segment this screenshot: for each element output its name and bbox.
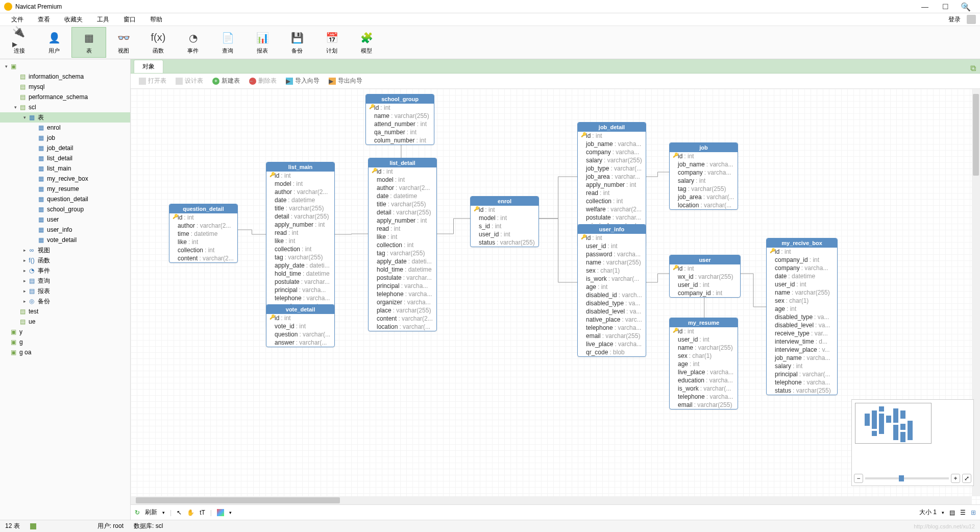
tree-item-list_main[interactable]: ▦list_main [0,163,130,174]
subtoolbar-import-button[interactable]: ▶导入向导 [282,76,324,86]
menu-1[interactable]: 查看 [31,15,57,24]
toolbar-view-button[interactable]: 👓视图 [106,27,141,58]
tree-item-备份[interactable]: ▸◎备份 [0,296,130,306]
toolbar-backup-button[interactable]: 💾备份 [280,27,314,58]
entity-school_group[interactable]: school_group🔑id: intname: varchar(255)at… [365,94,434,145]
pointer-tool-icon[interactable]: ↖ [177,509,182,516]
menu-2[interactable]: 收藏夹 [57,15,90,24]
subtoolbar-export-button[interactable]: ▶导出向导 [325,76,366,86]
view-list-icon[interactable]: ▤ [949,509,955,516]
entity-field: age: int [767,305,837,313]
tree-arrow-icon[interactable]: ▾ [3,64,9,69]
tree-item-performance_schema[interactable]: ▤performance_schema [0,92,130,102]
tree-arrow-icon[interactable]: ▸ [21,268,28,273]
zoom-in-button[interactable]: + [951,474,960,483]
entity-enrol[interactable]: enrol🔑id: intmodel: ints_id: intuser_id:… [470,196,539,247]
tree-item-y[interactable]: ▣y [0,327,130,337]
toolbar-report-button[interactable]: 📊报表 [245,27,280,58]
size-dropdown-icon[interactable]: ▾ [942,510,944,515]
menu-3[interactable]: 工具 [90,15,116,24]
entity-my_recive_box[interactable]: my_recive_box🔑id: intcompany_id: intcomp… [766,238,838,395]
tree-item-my_resume[interactable]: ▦my_resume [0,184,130,194]
entity-job[interactable]: job🔑id: intjob_name: varcha...company: v… [669,142,738,210]
toolbar-connect-button[interactable]: 🔌▸连接 [2,27,37,58]
toolbar-query-button[interactable]: 📄查询 [210,27,245,58]
add-tab-icon[interactable]: ⧉ [966,64,980,73]
tree-item-g    oa[interactable]: ▣g oa [0,347,130,357]
hand-tool-icon[interactable]: ✋ [187,509,194,516]
key-icon [581,173,586,180]
tree-item-test[interactable]: ▤test [0,306,130,317]
tree-item-user[interactable]: ▦user [0,214,130,225]
entity-list_detail[interactable]: list_detail🔑id: intmodel: intauthor: var… [368,158,437,331]
tree-item-job[interactable]: ▦job [0,133,130,143]
menu-4[interactable]: 窗口 [116,15,143,24]
tree-arrow-icon[interactable]: ▸ [21,258,28,263]
tree-item-vote_detail[interactable]: ▦vote_detail [0,235,130,245]
entity-list_main[interactable]: list_main🔑id: intmodel: intauthor: varch… [266,162,335,327]
tree-item-视图[interactable]: ▸∞视图 [0,245,130,255]
zoom-fit-button[interactable]: ⤢ [962,474,971,483]
tree-item-ue[interactable]: ▤ue [0,317,130,327]
entity-field: 🔑id: int [369,167,436,176]
color-dropdown-icon[interactable]: ▾ [229,510,232,515]
toolbar-plan-button[interactable]: 📅计划 [314,27,349,58]
menu-0[interactable]: 文件 [4,15,31,24]
zoom-slider[interactable] [865,477,949,479]
text-tool-icon[interactable]: tT [200,509,205,516]
maximize-button[interactable]: ☐ [935,3,955,11]
refresh-dropdown-icon[interactable]: ▾ [162,510,165,515]
toolbar-label: 用户 [48,47,60,55]
tab-objects[interactable]: 对象 [134,60,163,73]
tree-item-my_recive_box[interactable]: ▦my_recive_box [0,174,130,184]
minimap[interactable]: − + ⤢ [851,399,974,486]
toolbar-user-button[interactable]: 👤用户 [37,27,71,58]
subtoolbar-new-button[interactable]: +新建表 [208,76,244,86]
tree-arrow-icon[interactable]: ▸ [21,288,28,294]
tree-item-函数[interactable]: ▸f()函数 [0,255,130,265]
search-icon[interactable]: 🔍 [961,2,971,12]
toolbar-table-button[interactable]: ▦表 [71,27,106,58]
tree-arrow-icon[interactable]: ▸ [21,299,28,304]
tree-item-查询[interactable]: ▸▤查询 [0,276,130,286]
tree-item-scl[interactable]: ▾▤scl [0,102,130,112]
login-link[interactable]: 登录 [944,15,965,24]
tree-arrow-icon[interactable]: ▸ [21,248,28,253]
color-tool-icon[interactable] [217,509,224,516]
tree-item-g[interactable]: ▣g [0,337,130,347]
view-er-icon[interactable]: ⊞ [971,509,976,516]
refresh-label[interactable]: 刷新 [145,508,157,517]
tree-item-事件[interactable]: ▸◔事件 [0,265,130,276]
zoom-out-button[interactable]: − [854,474,863,483]
toolbar-model-button[interactable]: 🧩模型 [349,27,384,58]
tree-item-school_group[interactable]: ▦school_group [0,204,130,214]
tree-item-表[interactable]: ▾▦表 [0,112,130,123]
sidebar-tree[interactable]: ▾▣▤information_schema▤mysql▤performance_… [0,59,131,520]
tree-item-enrol[interactable]: ▦enrol [0,123,130,133]
entity-user[interactable]: user🔑id: intwx_id: varchar(255)user_id: … [669,255,741,298]
refresh-icon[interactable]: ↻ [135,509,140,516]
entity-user_info[interactable]: user_info🔑id: intuser_id: intpassword: v… [577,224,646,357]
tree-item-mysql[interactable]: ▤mysql [0,82,130,92]
entity-vote_detail[interactable]: vote_detail🔑id: intvote_id: intquestion:… [266,304,335,347]
tree-arrow-icon[interactable]: ▾ [12,105,18,110]
toolbar-func-button[interactable]: f(x)函数 [141,27,176,58]
tree-item-user_info[interactable]: ▦user_info [0,225,130,235]
menu-5[interactable]: 帮助 [143,15,169,24]
tree-item-job_detail[interactable]: ▦job_detail [0,143,130,153]
toolbar-event-button[interactable]: ◔事件 [176,27,210,58]
tree-item-root[interactable]: ▾▣ [0,61,130,71]
tree-item-question_detail[interactable]: ▦question_detail [0,194,130,204]
minimap-viewport[interactable] [855,403,932,444]
tree-item-报表[interactable]: ▸▤报表 [0,286,130,296]
entity-my_resume[interactable]: my_resume🔑id: intuser_id: intname: varch… [669,318,738,409]
tree-arrow-icon[interactable]: ▾ [21,115,28,120]
tree-item-information_schema[interactable]: ▤information_schema [0,71,130,82]
minimize-button[interactable]: — [915,3,935,11]
view-detail-icon[interactable]: ☰ [960,509,966,516]
tree-item-list_detail[interactable]: ▦list_detail [0,153,130,163]
tree-arrow-icon[interactable]: ▸ [21,278,28,283]
avatar-icon[interactable] [967,15,976,24]
horizontal-scrollbar[interactable] [131,496,972,504]
entity-question_detail[interactable]: question_detail🔑id: intauthor: varchar(2… [169,204,238,263]
